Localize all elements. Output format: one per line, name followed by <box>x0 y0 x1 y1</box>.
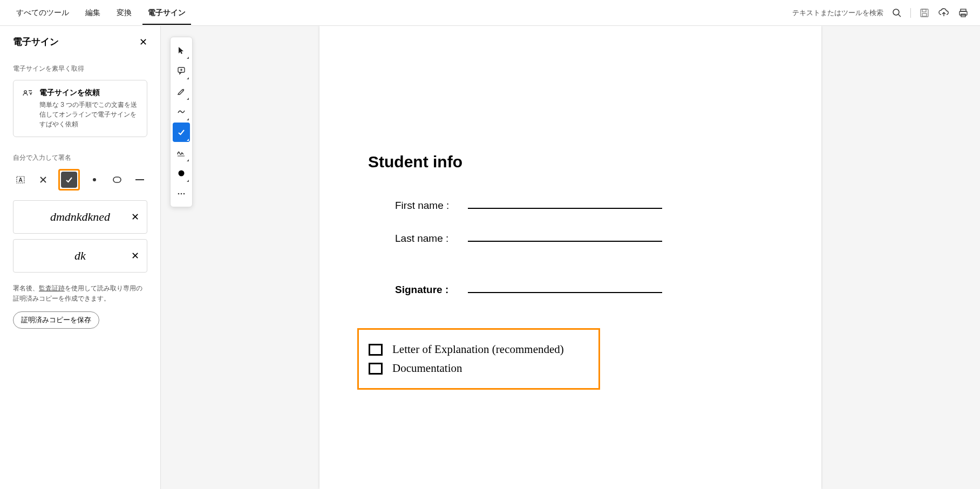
color-tool[interactable] <box>173 164 190 183</box>
highlight-tool[interactable] <box>173 82 190 101</box>
document-canvas[interactable]: Student info First name : Last name : Si… <box>161 26 980 489</box>
dot-tool[interactable] <box>87 172 103 188</box>
print-icon[interactable] <box>957 7 969 19</box>
svg-rect-2 <box>921 9 928 17</box>
tab-convert[interactable]: 変換 <box>111 2 137 24</box>
close-panel-button[interactable]: ✕ <box>139 36 147 48</box>
svg-point-13 <box>93 178 96 181</box>
draw-tool[interactable] <box>173 102 190 121</box>
signature-2-text: dk <box>74 249 86 263</box>
audit-trail-link[interactable]: 監査証跡 <box>39 284 65 292</box>
last-name-line[interactable] <box>468 231 662 242</box>
last-name-label: Last name : <box>395 233 468 244</box>
first-name-line[interactable] <box>468 198 662 209</box>
tab-all-tools[interactable]: すべてのツール <box>11 2 74 24</box>
fill-sign-label: 自分で入力して署名 <box>13 153 147 162</box>
checkbox-documentation-label: Documentation <box>392 362 462 375</box>
signature-2[interactable]: dk ✕ <box>13 239 147 273</box>
divider <box>910 8 911 18</box>
svg-point-23 <box>181 193 182 195</box>
top-toolbar: すべてのツール 編集 変換 電子サイン テキストまたはツールを検索 <box>0 0 980 26</box>
search-icon[interactable] <box>891 7 903 19</box>
top-tabs: すべてのツール 編集 変換 電子サイン <box>11 2 191 24</box>
check-tool[interactable] <box>61 172 77 188</box>
tab-esign[interactable]: 電子サイン <box>142 2 191 24</box>
signature-1-delete[interactable]: ✕ <box>131 211 139 223</box>
signature-1[interactable]: dmdnkdkned ✕ <box>13 200 147 234</box>
signature-line[interactable] <box>468 282 662 293</box>
annotation-tool-row: A <box>13 169 147 191</box>
request-sign-icon <box>22 88 33 129</box>
attachment-checklist-highlight: Letter of Explanation (recommended) Docu… <box>357 328 600 390</box>
signature-1-text: dmdnkdkned <box>50 210 110 224</box>
circle-tool[interactable] <box>110 172 125 188</box>
check-tool-highlight <box>58 169 80 191</box>
floating-annotation-toolbar <box>170 37 193 207</box>
tab-edit[interactable]: 編集 <box>80 2 106 24</box>
signature-label: Signature : <box>395 284 468 296</box>
svg-rect-14 <box>113 177 121 182</box>
cross-tool[interactable] <box>36 172 51 188</box>
cursor-tool[interactable] <box>173 40 190 60</box>
text-tool[interactable]: A <box>13 172 28 188</box>
request-signature-card[interactable]: 電子サインを依頼 簡単な 3 つの手順でこの文書を送信してオンラインで電子サイン… <box>13 80 147 137</box>
svg-point-8 <box>24 91 26 93</box>
signature-tool[interactable] <box>173 143 190 162</box>
comment-tool[interactable] <box>173 61 190 80</box>
svg-point-0 <box>893 9 899 15</box>
svg-text:A: A <box>18 177 22 183</box>
request-card-title: 電子サインを依頼 <box>39 88 138 98</box>
svg-point-21 <box>179 171 185 176</box>
search-label: テキストまたはツールを検索 <box>792 8 883 18</box>
svg-point-24 <box>183 193 185 195</box>
svg-rect-4 <box>922 13 927 16</box>
svg-line-1 <box>899 15 901 17</box>
quick-get-label: 電子サインを素早く取得 <box>13 64 147 73</box>
svg-rect-3 <box>922 9 926 12</box>
more-tools[interactable] <box>173 184 190 203</box>
audit-trail-text: 署名後、監査証跡を使用して読み取り専用の証明済みコピーを作成できます。 <box>13 283 147 304</box>
esign-panel: 電子サイン ✕ 電子サインを素早く取得 電子サインを依頼 簡単な 3 つの手順で… <box>0 26 161 489</box>
first-name-label: First name : <box>395 200 468 212</box>
save-certified-copy-button[interactable]: 証明済みコピーを保存 <box>13 311 99 329</box>
top-right-tools: テキストまたはツールを検索 <box>792 7 969 19</box>
signature-2-delete[interactable]: ✕ <box>131 250 139 262</box>
svg-point-22 <box>178 193 180 195</box>
cloud-upload-icon[interactable] <box>938 7 950 19</box>
checkbox-letter[interactable] <box>369 344 383 356</box>
save-icon[interactable] <box>918 7 930 19</box>
doc-title: Student info <box>368 153 773 171</box>
checkbox-letter-label: Letter of Explanation (recommended) <box>392 343 564 356</box>
svg-rect-6 <box>959 11 967 15</box>
checkbox-documentation[interactable] <box>369 363 383 375</box>
line-tool[interactable] <box>132 172 147 188</box>
request-card-desc: 簡単な 3 つの手順でこの文書を送信してオンラインで電子サインをすばやく依頼 <box>39 100 138 129</box>
checkmark-tool[interactable] <box>173 123 190 142</box>
document-page: Student info First name : Last name : Si… <box>319 26 821 489</box>
panel-title: 電子サイン <box>13 36 59 48</box>
